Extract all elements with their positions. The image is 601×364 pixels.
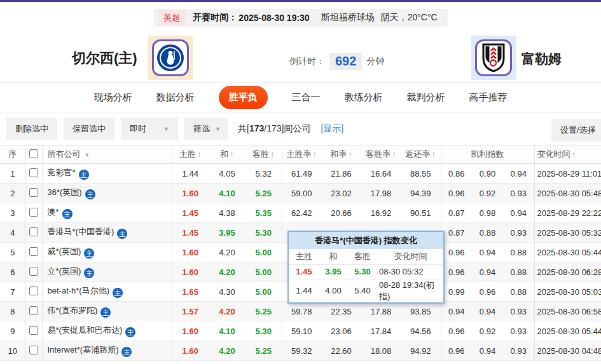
sort-up-icon[interactable]: ↑: [313, 149, 317, 159]
tab-coach-analysis[interactable]: 教练分析: [345, 91, 383, 104]
row-checkbox[interactable]: [29, 208, 38, 217]
sort-up-icon[interactable]: ↑: [348, 149, 352, 159]
tab-win-draw-lose[interactable]: 胜平负: [219, 86, 268, 109]
payout-rate: 94.56: [401, 321, 441, 341]
header-index: 序: [0, 145, 25, 164]
away-odds: 5.32: [245, 164, 282, 184]
kelly-draw: 0.94: [472, 243, 503, 262]
header-draw-rate[interactable]: 和率↑: [321, 145, 361, 164]
row-checkbox[interactable]: [29, 346, 38, 354]
header-home-odds[interactable]: 主胜↑: [172, 145, 209, 164]
company-name[interactable]: Interwet*(塞浦路斯): [48, 345, 119, 354]
instant-odds-dropdown[interactable]: 即时 ▼: [121, 118, 178, 140]
away-odds: 5.25: [245, 302, 282, 321]
select-all-checkbox[interactable]: [29, 149, 38, 158]
header-payout-rate[interactable]: 返还率↑: [401, 145, 441, 164]
primary-company-badge-icon: 主: [113, 288, 123, 298]
away-rate: 18.08: [361, 341, 401, 361]
delete-selected-button[interactable]: 删除选中: [6, 118, 57, 140]
popup-away-odds: 5.40: [347, 279, 378, 302]
row-checkbox[interactable]: [29, 227, 38, 236]
filter-dropdown[interactable]: 筛选 ▼: [184, 118, 228, 140]
company-name[interactable]: 36*(英国): [48, 187, 82, 197]
header-away-odds[interactable]: 客胜↑: [245, 145, 282, 164]
draw-odds: 4.05: [209, 164, 245, 184]
header-company[interactable]: 所有公司▼: [42, 145, 172, 164]
change-time: 2025-08-29 22:22: [534, 203, 601, 223]
popup-row: 1.44 4.00 5.40 08-28 19:34(初指): [289, 279, 443, 302]
change-time: 2025-08-30 05:48: [534, 184, 601, 203]
kelly-away: 0.93: [503, 302, 534, 321]
row-checkbox[interactable]: [29, 306, 38, 315]
analysis-tabs: 现场分析 数据分析 胜平负 三合一 教练分析 裁判分析 高手推荐: [0, 83, 601, 112]
kelly-away: 0.93: [503, 321, 534, 341]
tab-data-analysis[interactable]: 数据分析: [156, 91, 195, 104]
primary-company-badge-icon: 主: [100, 307, 111, 318]
away-odds: 5.00: [245, 282, 282, 302]
settings-select-button[interactable]: 设置/选择: [551, 119, 601, 142]
sort-up-icon[interactable]: ↑: [230, 149, 234, 159]
row-checkbox-cell: [25, 223, 42, 243]
company-count-number: 173: [249, 123, 264, 133]
home-odds: 1.60: [172, 184, 209, 203]
company-cell: Interwet*(塞浦路斯)主: [42, 341, 172, 361]
tab-three-in-one[interactable]: 三合一: [292, 91, 321, 104]
company-name[interactable]: bet-at-h*(马尔他): [48, 286, 110, 295]
sort-up-icon[interactable]: ↑: [270, 149, 275, 159]
kelly-home: 0.96: [441, 341, 472, 361]
company-name[interactable]: 立*(英国): [48, 266, 81, 276]
sort-up-icon[interactable]: ↑: [392, 149, 396, 159]
away-team-name: 富勒姆: [522, 50, 562, 68]
company-name[interactable]: 伟*(直布罗陀): [48, 306, 98, 315]
away-rate: 16.92: [361, 203, 401, 223]
row-checkbox[interactable]: [29, 267, 38, 276]
tab-live-analysis[interactable]: 现场分析: [94, 91, 132, 104]
sort-up-icon[interactable]: ↑: [432, 149, 436, 159]
home-rate: 59.10: [282, 321, 321, 341]
kelly-away: 0.94: [503, 164, 534, 184]
sort-up-icon[interactable]: ↑: [572, 149, 576, 159]
header-change-time[interactable]: 变化时间↑: [534, 145, 601, 164]
row-number: 10: [0, 341, 25, 361]
popup-title: 香港马*(中国香港) 指数变化: [289, 232, 443, 249]
kelly-home: 0.96: [441, 321, 472, 341]
tab-referee-analysis[interactable]: 裁判分析: [407, 91, 445, 104]
draw-rate: 21.86: [321, 164, 361, 184]
change-time: 2025-08-30 05:44: [534, 321, 601, 341]
header-home-rate[interactable]: 主胜率↑: [282, 145, 321, 164]
home-odds: 1.44: [172, 164, 209, 184]
row-checkbox-cell: [25, 184, 42, 203]
kelly-away: 0.93: [503, 341, 534, 361]
show-link[interactable]: [显示]: [321, 123, 343, 135]
draw-odds: 4.20: [209, 302, 245, 321]
popup-home-odds: 1.45: [289, 264, 319, 279]
table-toolbar: 删除选中 保留选中 即时 ▼ 筛选 ▼ 共[173/173]间公司 [显示] 设…: [0, 112, 601, 145]
company-name[interactable]: 竞彩官*: [48, 168, 76, 177]
keep-selected-button[interactable]: 保留选中: [64, 118, 114, 140]
header-away-rate[interactable]: 客胜率↑: [361, 145, 401, 164]
tab-expert-picks[interactable]: 高手推荐: [469, 91, 508, 104]
row-checkbox[interactable]: [29, 247, 38, 256]
company-cell: 香港马*(中国香港)主: [42, 223, 172, 243]
primary-company-badge-icon: 主: [84, 248, 94, 259]
row-checkbox[interactable]: [29, 286, 38, 295]
header-away-odds-label: 客胜: [252, 149, 269, 159]
kelly-draw: 0.94: [472, 262, 503, 282]
company-name[interactable]: 澳*: [48, 207, 59, 217]
countdown-label: 倒计时：: [289, 56, 325, 67]
countdown-value: 692: [329, 53, 362, 70]
sort-up-icon[interactable]: ↑: [197, 149, 202, 159]
company-name[interactable]: 香港马*(中国香港): [48, 227, 114, 236]
row-checkbox[interactable]: [29, 168, 38, 177]
row-checkbox[interactable]: [29, 326, 38, 335]
kelly-draw: 0.98: [472, 203, 503, 223]
header-draw-odds[interactable]: 和↑: [209, 145, 245, 164]
chevron-down-icon[interactable]: ▼: [85, 152, 90, 158]
row-checkbox[interactable]: [29, 188, 38, 197]
league-badge[interactable]: 英超: [158, 10, 185, 25]
header-kelly-index: 凯利指数: [441, 145, 534, 164]
company-name[interactable]: 威*(英国): [48, 246, 81, 256]
popup-table: 主胜 和 客胜 变化时间 1.45 3.95 5.30 08-30 05:32 …: [289, 249, 443, 302]
company-name[interactable]: 易*(安提瓜和巴布达): [48, 325, 123, 335]
row-checkbox-cell: [25, 282, 42, 302]
